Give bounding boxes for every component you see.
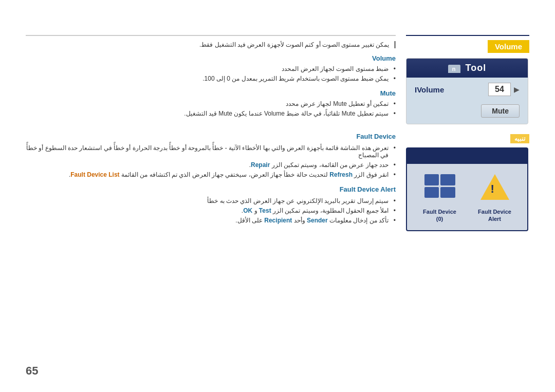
fault-alert-section: Fault Device Alert سيتم إرسال تقرير بالب… <box>26 185 396 224</box>
test-link: Test <box>259 207 271 214</box>
caution-label-container: تنبيه <box>406 134 529 143</box>
volume-section: Volume ضبط مستوى الصوت لجهاز العرض المحد… <box>26 54 396 82</box>
fault-device-list-link: Fault Device List <box>70 171 119 178</box>
volume-bullet-2: يمكن ضبط مستوى الصوت باستخدام شريط التمر… <box>26 75 396 82</box>
tool-ui: n Tool IVolume 54 ▶ Mute <box>406 58 528 124</box>
fault-device-icon-container <box>419 174 460 205</box>
mute-row: Mute <box>406 101 528 124</box>
fault-device-bullet-1: تعرض هذه الشاشة قائمة بأجهزة العرض والتي… <box>26 144 396 159</box>
repair-link: Repair <box>251 161 270 169</box>
mute-bullet-2: سيتم تعطيل Mute تلقائياً، في حالة ضبط Vo… <box>26 110 396 117</box>
fault-device-heading: Fault Device <box>26 133 396 140</box>
monitor-cell-3 <box>424 187 439 198</box>
volume-field-label: IVolume <box>415 85 488 94</box>
fault-device-bullet-3: انقر فوق الزر Refresh لتحديث حالة خطأ جه… <box>26 171 396 178</box>
volume-label: Volume <box>488 40 529 53</box>
left-content: يمكن تغيير مستوى الصوت أو كتم الصوت لأجه… <box>26 41 396 231</box>
tool-tab: n <box>448 65 460 73</box>
intro-text: يمكن تغيير مستوى الصوت أو كتم الصوت لأجه… <box>26 41 396 48</box>
volume-arrow-icon[interactable]: ▶ <box>514 85 520 94</box>
tool-header: n Tool <box>406 59 528 78</box>
fault-device-section: Fault Device تعرض هذه الشاشة قائمة بأجهز… <box>26 133 396 178</box>
mute-bullet-1: تمكين أو تعطيل Mute لجهاز عرض محدد <box>26 100 396 107</box>
tool-title: Tool <box>466 63 487 73</box>
fault-ui-header <box>407 148 527 164</box>
volume-value: 54 <box>488 83 511 96</box>
volume-heading: Volume <box>26 54 396 62</box>
fault-alert-heading: Fault Device Alert <box>26 185 396 193</box>
caution-badge: تنبيه <box>510 134 529 143</box>
fault-device-label: Fault Device (0) <box>419 208 460 223</box>
sender-link: Sender <box>307 217 328 224</box>
right-panel: Volume n Tool IVolume 54 ▶ Mute تنبيه <box>406 40 529 231</box>
fault-alert-bullets: سيتم إرسال تقرير بالبريد الإلكتروني عن ج… <box>26 197 396 224</box>
fault-device-bullets: تعرض هذه الشاشة قائمة بأجهزة العرض والتي… <box>26 144 396 178</box>
monitor-cell-4 <box>440 187 455 198</box>
monitor-grid-icon <box>424 174 455 198</box>
volume-bullet-1: ضبط مستوى الصوت لجهاز العرض المحدد <box>26 65 396 72</box>
fault-device-item: Fault Device (0) <box>419 174 460 223</box>
mute-bullets: تمكين أو تعطيل Mute لجهاز عرض محدد سيتم … <box>26 100 396 117</box>
volume-row: IVolume 54 ▶ <box>406 78 528 101</box>
fault-alert-label: Fault Device Alert <box>474 208 515 223</box>
monitor-cell-1 <box>424 174 439 185</box>
mute-section: Mute تمكين أو تعطيل Mute لجهاز عرض محدد … <box>26 89 396 117</box>
top-rule-right <box>406 35 529 36</box>
fault-ui: Fault Device (0) Fault Device Alert <box>406 147 528 231</box>
fault-device-bullet-2: حدد جهاز عرض من القائمة، وسيتم تمكين الز… <box>26 161 396 169</box>
fault-ui-body: Fault Device (0) Fault Device Alert <box>407 164 527 230</box>
warning-triangle-icon <box>480 174 509 200</box>
refresh-link: Refresh <box>329 171 353 178</box>
page-number: 65 <box>26 364 38 378</box>
fault-alert-bullet-3: تأكد من إدخال معلومات Sender وأحد Recipi… <box>26 217 396 224</box>
mute-heading: Mute <box>26 89 396 97</box>
mute-button[interactable]: Mute <box>481 104 520 118</box>
top-rule-left <box>26 35 396 36</box>
fault-alert-bullet-2: املأ جميع الحقول المطلوبة، وسيتم تمكين ا… <box>26 207 396 214</box>
recipient-link: Recipient <box>264 217 292 224</box>
monitor-cell-2 <box>440 174 455 185</box>
volume-bullets: ضبط مستوى الصوت لجهاز العرض المحدد يمكن … <box>26 65 396 82</box>
fault-alert-bullet-1: سيتم إرسال تقرير بالبريد الإلكتروني عن ج… <box>26 197 396 204</box>
fault-alert-item: Fault Device Alert <box>474 174 515 223</box>
ok-link: OK <box>243 207 252 214</box>
fault-alert-icon-container <box>474 174 515 205</box>
